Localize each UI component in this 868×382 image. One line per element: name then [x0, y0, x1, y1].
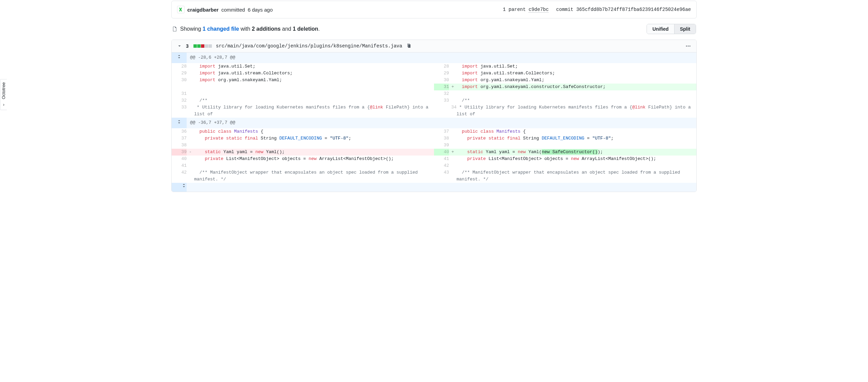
additions-count: 2 additions — [252, 26, 280, 32]
file-path[interactable]: src/main/java/com/google/jenkins/plugins… — [216, 43, 402, 49]
diff-table: @@ -28,6 +28,7 @@ 28 import java.util.Se… — [172, 53, 696, 192]
diff-row: 36 public class Manifests {37 public cla… — [172, 128, 696, 135]
commit-sha: 365cfdd8b7b724ff871fba6239146f25024e96ae — [576, 7, 691, 12]
diff-row: 29 import java.util.stream.Collectors;29… — [172, 70, 696, 77]
avatar[interactable] — [177, 6, 185, 13]
changed-files-link[interactable]: 1 changed file — [203, 26, 239, 32]
diff-row: 32 /**33 /** — [172, 97, 696, 104]
diff-row-addition: 31+ import org.yaml.snakeyaml.constructo… — [172, 84, 696, 90]
parent-sha-link[interactable]: c9de7bc — [529, 7, 549, 13]
commit-time: 6 days ago — [248, 7, 273, 13]
split-button[interactable]: Split — [675, 24, 696, 34]
diff-row: 42 /** ManifestObject wrapper that encap… — [172, 169, 696, 183]
commit-header: craigdbarber committed 6 days ago 1 pare… — [171, 1, 697, 18]
diff-row: 3132 — [172, 90, 696, 97]
diff-row: 30 import org.yaml.snakeyaml.Yaml;30 imp… — [172, 77, 696, 84]
hunk-text: @@ -28,6 +28,7 @@ — [187, 53, 696, 63]
with-label: with — [241, 26, 250, 32]
showing-label: Showing — [180, 26, 201, 32]
octotree-toggle[interactable]: › Octotree — [0, 79, 7, 110]
diff-row: 33 * Utility library for loading Kuberne… — [172, 104, 696, 118]
diff-row: 37 private static final String DEFAULT_E… — [172, 135, 696, 142]
kebab-menu-icon[interactable] — [685, 43, 691, 49]
expand-hunk[interactable] — [172, 183, 696, 192]
changes-summary-bar: Showing 1 changed file with 2 additions … — [171, 24, 697, 34]
svg-point-1 — [688, 46, 689, 47]
file-icon — [172, 26, 177, 32]
commit-action: committed — [221, 7, 245, 13]
expand-icon[interactable] — [176, 119, 182, 124]
diffstat-icon — [193, 44, 212, 48]
diff-row: 4142 — [172, 162, 696, 169]
commit-author[interactable]: craigdbarber — [187, 7, 219, 13]
deletions-count: 1 deletion — [293, 26, 318, 32]
hunk-header: @@ -36,7 +37,7 @@ — [172, 118, 696, 128]
parent-label: 1 parent — [503, 7, 526, 12]
diff-row: 40 private List<ManifestObject> objects … — [172, 156, 696, 162]
expand-down-icon[interactable] — [181, 183, 187, 188]
and-label: and — [282, 26, 291, 32]
commit-label: commit — [556, 7, 573, 12]
chevron-down-icon[interactable] — [177, 44, 182, 48]
period: . — [318, 26, 320, 32]
diff-row: 28 import java.util.Set;28 import java.u… — [172, 63, 696, 70]
diff-row-change: 39- static Yaml yaml = new Yaml(); 40+ s… — [172, 149, 696, 156]
hunk-text: @@ -36,7 +37,7 @@ — [187, 118, 696, 128]
octotree-label: Octotree — [1, 82, 6, 99]
chevron-right-icon: › — [3, 102, 4, 107]
svg-point-2 — [690, 46, 691, 47]
diff-row: 3839 — [172, 142, 696, 149]
expand-icon[interactable] — [176, 54, 182, 59]
file-diff: 3 src/main/java/com/google/jenkins/plugi… — [171, 40, 697, 192]
unified-button[interactable]: Unified — [647, 24, 674, 34]
file-change-count: 3 — [186, 43, 189, 49]
svg-point-0 — [686, 46, 687, 47]
diff-view-toggle: Unified Split — [647, 24, 696, 34]
file-header: 3 src/main/java/com/google/jenkins/plugi… — [172, 40, 696, 53]
copy-path-icon[interactable] — [406, 43, 412, 49]
hunk-header: @@ -28,6 +28,7 @@ — [172, 53, 696, 63]
